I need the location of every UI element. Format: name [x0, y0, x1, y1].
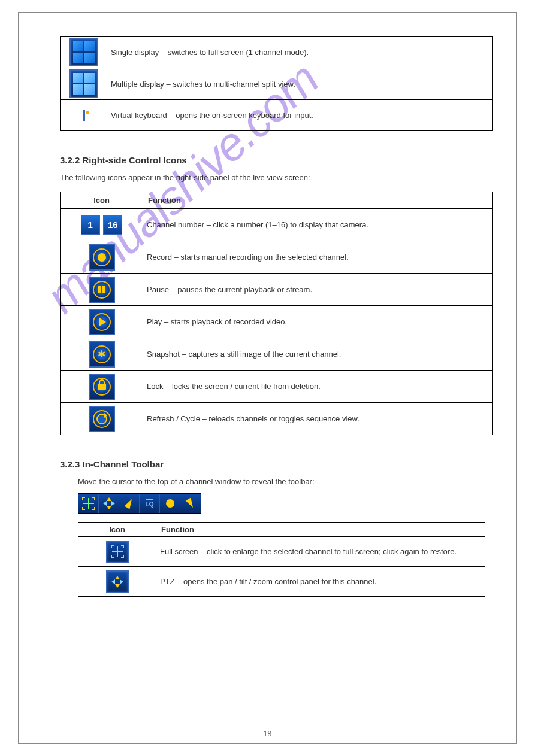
- icon-cell: [61, 274, 143, 306]
- table-row: Record – starts manual recording on the …: [61, 241, 493, 274]
- table-row: Refresh / Cycle – reloads channels or to…: [61, 403, 493, 435]
- table-row: ✱ Snapshot – captures a still image of t…: [61, 338, 493, 371]
- table-row: Full screen – click to enlarge the selec…: [78, 537, 485, 567]
- page-content: Single display – switches to full screen…: [60, 36, 493, 597]
- zoom-in-tool-icon: [119, 494, 140, 513]
- refresh-icon: [89, 406, 115, 432]
- channel-toolbar-strip: LQ: [78, 493, 201, 514]
- icon-cell: ✱: [61, 338, 143, 371]
- desc-cell: Full screen – click to enlarge the selec…: [156, 537, 485, 567]
- desc-cell: Virtual keyboard – opens the on-screen k…: [107, 100, 493, 131]
- section-title-3: 3.2.3 In-Channel Toolbar: [60, 459, 493, 469]
- desc-cell: Lock – locks the screen / current file f…: [143, 371, 493, 403]
- desc-cell: Play – starts playback of recorded video…: [143, 306, 493, 338]
- table-row: Play – starts playback of recorded video…: [61, 306, 493, 338]
- col-header-func: Function: [156, 523, 485, 537]
- table-channel-toolbar: Icon Function Full screen – click to enl…: [78, 522, 485, 597]
- section-text-2: The following icons appear in the right-…: [60, 172, 493, 183]
- desc-cell: Record – starts manual recording on the …: [143, 241, 493, 274]
- desc-cell: Single display – switches to full screen…: [107, 37, 493, 68]
- fullscreen-icon: [106, 541, 129, 563]
- desc-cell: Channel number – click a number (1–16) t…: [143, 209, 493, 241]
- col-header-func: Function: [143, 192, 493, 209]
- snapshot-icon: ✱: [89, 341, 115, 368]
- pause-icon: [89, 277, 115, 303]
- fullscreen-tool-icon: [78, 494, 99, 513]
- icon-cell: [61, 37, 107, 68]
- icon-cell: [78, 567, 156, 597]
- channel-number-1-icon: 1: [81, 215, 100, 235]
- table-row: Pause – pauses the current playback or s…: [61, 274, 493, 306]
- icon-cell: [78, 537, 156, 567]
- col-header-icon: Icon: [61, 192, 143, 209]
- table-right-panel-icons: Icon Function 1 16 Channel number – clic…: [60, 192, 493, 435]
- multi-display-icon: [69, 69, 98, 98]
- icon-cell: [61, 306, 143, 338]
- desc-cell: Snapshot – captures a still image of the…: [143, 338, 493, 371]
- single-display-icon: [69, 38, 98, 66]
- virtual-keyboard-icon: [83, 110, 85, 121]
- quality-tool-icon: LQ: [140, 494, 160, 513]
- table-row: Multiple display – switches to multi-cha…: [61, 68, 493, 100]
- desc-cell: Refresh / Cycle – reloads channels or to…: [143, 403, 493, 435]
- icon-cell: [61, 403, 143, 435]
- desc-cell: PTZ – opens the pan / tilt / zoom contro…: [156, 567, 485, 597]
- icon-cell: [61, 241, 143, 274]
- icon-cell: [61, 68, 107, 100]
- table-display-mode: Single display – switches to full screen…: [60, 36, 493, 131]
- page-number: 18: [0, 730, 535, 738]
- ptz-tool-icon: [99, 494, 119, 513]
- table-row: Lock – locks the screen / current file f…: [61, 371, 493, 403]
- section-text-3: Move the cursor to the top of a channel …: [78, 476, 493, 487]
- record-tool-icon: [160, 494, 180, 513]
- table-row: PTZ – opens the pan / tilt / zoom contro…: [78, 567, 485, 597]
- zoom-out-tool-icon: [180, 494, 201, 513]
- play-icon: [89, 309, 115, 335]
- icon-cell: [61, 100, 107, 131]
- col-header-icon: Icon: [78, 523, 156, 537]
- ptz-icon: [106, 570, 129, 593]
- desc-cell: Multiple display – switches to multi-cha…: [107, 68, 493, 100]
- channel-number-16-icon: 16: [103, 215, 122, 235]
- record-icon: [89, 244, 115, 271]
- table-row: Virtual keyboard – opens the on-screen k…: [61, 100, 493, 131]
- table-row: Single display – switches to full screen…: [61, 37, 493, 68]
- section-title-2: 3.2.2 Right-side Control Icons: [60, 155, 493, 165]
- desc-cell: Pause – pauses the current playback or s…: [143, 274, 493, 306]
- table-row: 1 16 Channel number – click a number (1–…: [61, 209, 493, 241]
- icon-cell: [61, 371, 143, 403]
- icon-cell: 1 16: [61, 209, 143, 241]
- lock-icon: [89, 374, 115, 400]
